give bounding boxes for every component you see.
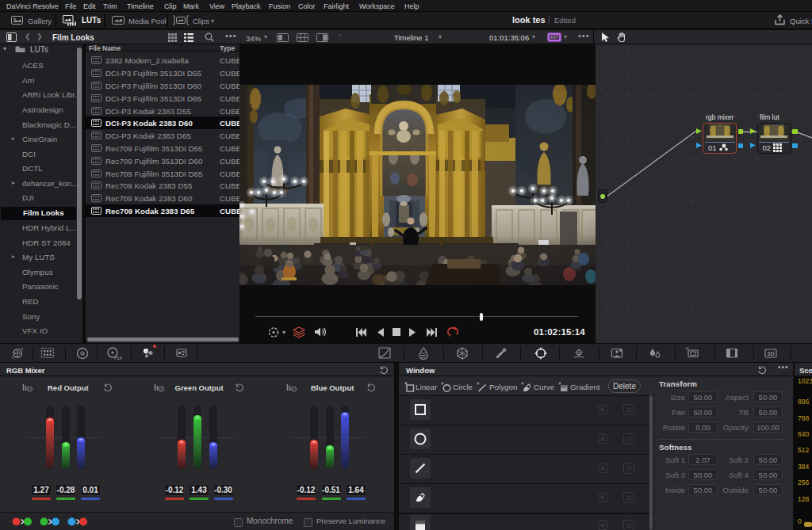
svg-text:HDR: HDR (114, 355, 122, 360)
svg-text:FXT: FXT (550, 35, 557, 40)
svg-text:3D: 3D (768, 351, 775, 357)
